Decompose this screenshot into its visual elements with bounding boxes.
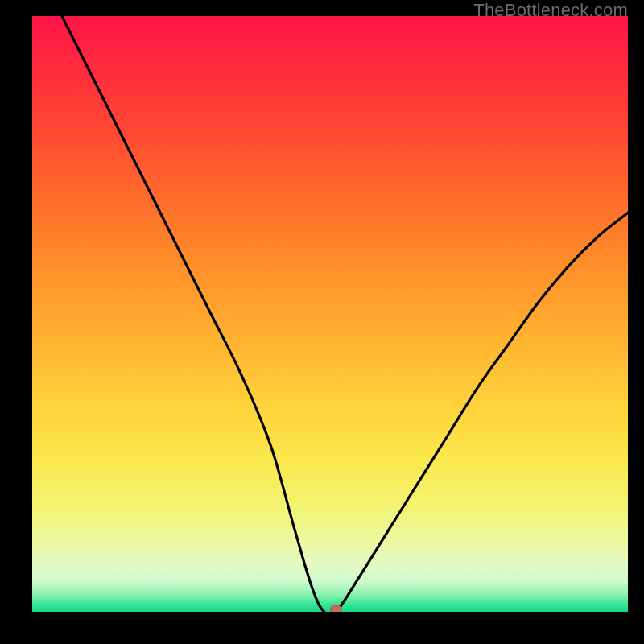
watermark-text: TheBottleneck.com [473,0,628,21]
plot-area [32,16,628,612]
chart-frame: TheBottleneck.com [0,0,644,644]
bottleneck-curve [62,16,628,612]
curve-layer [32,16,628,612]
marker-dot [330,605,341,612]
